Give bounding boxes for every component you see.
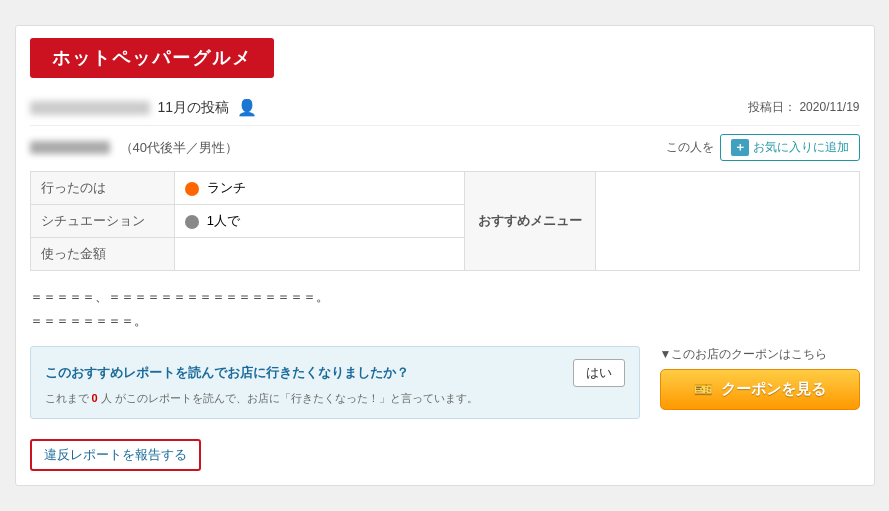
survey-section: このおすすめレポートを読んでお店に行きたくなりましたか？ はい これまで 0 人… [30,346,860,419]
review-text: ＝＝＝＝＝、＝＝＝＝＝＝＝＝＝＝＝＝＝＝＝＝。 ＝＝＝＝＝＝＝＝。 [30,285,860,332]
table-row: 行ったのは ランチ おすすめメニュー [30,172,859,205]
survey-box: このおすすめレポートを読んでお店に行きたくなりましたか？ はい これまで 0 人… [30,346,640,419]
user-profile: （40代後半／男性） [120,139,238,157]
post-title-area: 11月の投稿 👤 [30,98,258,117]
user-row: （40代後半／男性） この人を ＋ お気に入りに追加 [30,134,860,161]
recommended-menu-label: おすすめメニュー [464,172,596,271]
post-section: 11月の投稿 👤 投稿日： 2020/11/19 （40代後半／男性） この人を… [16,90,874,485]
user-info: （40代後半／男性） [30,139,238,157]
username-blur [30,101,150,115]
plus-icon: ＋ [731,139,749,156]
label-cell: 使った金額 [30,238,175,271]
post-title: 11月の投稿 [158,99,230,117]
lunch-value: ランチ [207,180,246,195]
note-suffix: がこのレポートを読んで、お店に「行きたくなった！」と言っています。 [115,392,478,404]
count-unit: 人 [101,392,112,404]
value-cell: 1人で [175,205,464,238]
survey-question: このおすすめレポートを読んでお店に行きたくなりましたか？ はい [45,359,625,387]
coupon-button[interactable]: 🎫 クーポンを見る [660,369,860,410]
info-table: 行ったのは ランチ おすすめメニュー シチュエーション 1人で [30,171,860,271]
amount-value [175,238,464,271]
situation-value: 1人で [207,213,240,228]
review-line1: ＝＝＝＝＝、＝＝＝＝＝＝＝＝＝＝＝＝＝＝＝＝。 [30,285,860,308]
recommended-menu-value [596,172,859,271]
post-header: 11月の投稿 👤 投稿日： 2020/11/19 [30,90,860,126]
value-cell: ランチ [175,172,464,205]
coupon-button-label: クーポンを見る [721,380,826,399]
favorite-button[interactable]: ＋ お気に入りに追加 [720,134,860,161]
coupon-box: ▼このお店のクーポンはこちら 🎫 クーポンを見る [660,346,860,410]
post-date: 投稿日： 2020/11/19 [748,99,859,116]
coupon-icon: 🎫 [694,380,713,398]
review-line2: ＝＝＝＝＝＝＝＝。 [30,309,860,332]
header-logo: ホットペッパーグルメ [30,38,274,78]
report-link-label: 違反レポートを報告する [44,447,187,462]
label-cell: 行ったのは [30,172,175,205]
user-name-blur [30,141,110,154]
this-person-label: この人を [666,139,714,156]
label-cell: シチュエーション [30,205,175,238]
logo-text: ホットペッパーグルメ [52,48,252,68]
lunch-icon [185,182,199,196]
survey-note: これまで 0 人 がこのレポートを読んで、お店に「行きたくなった！」と言っていま… [45,391,625,406]
person-icon [185,215,199,229]
survey-count: 0 [92,392,98,404]
favorite-label: お気に入りに追加 [753,139,849,156]
note-prefix: これまで [45,392,89,404]
page-wrapper: ホットペッパーグルメ 11月の投稿 👤 投稿日： 2020/11/19 （40代… [15,25,875,486]
favorite-area: この人を ＋ お気に入りに追加 [666,134,860,161]
report-link-row: 違反レポートを報告する [30,431,860,471]
report-link[interactable]: 違反レポートを報告する [30,439,201,471]
post-user-icon: 👤 [237,98,257,117]
yes-button[interactable]: はい [573,359,625,387]
coupon-label: ▼このお店のクーポンはこちら [660,346,860,363]
question-text: このおすすめレポートを読んでお店に行きたくなりましたか？ [45,364,563,382]
